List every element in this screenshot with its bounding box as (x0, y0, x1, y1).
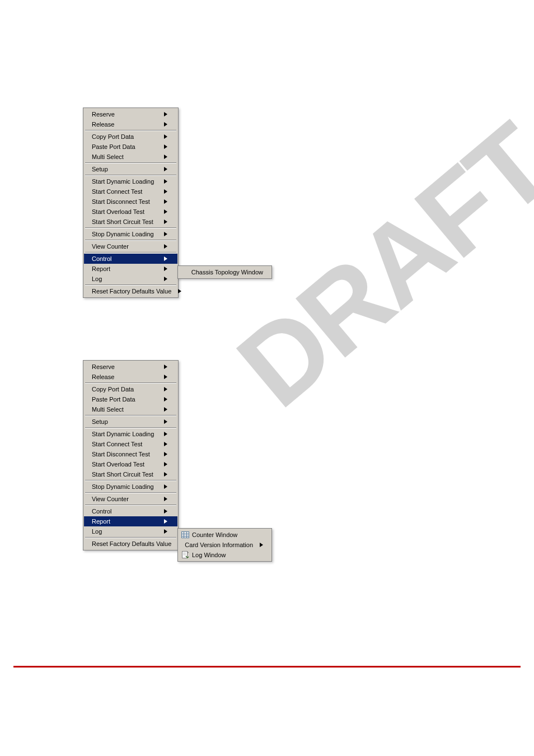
menu-item-label: Copy Port Data (92, 386, 155, 393)
menu-item-copy-port-data[interactable]: Copy Port Data (84, 384, 177, 394)
submenu-item-card-version-information[interactable]: Card Version Information (179, 540, 271, 550)
context-menu-2: Reserve Release Copy Port Data Paste Por… (83, 360, 179, 550)
menu-item-control[interactable]: Control (84, 254, 177, 264)
submenu-arrow-icon (162, 396, 167, 403)
footer-divider (13, 666, 521, 668)
menu-item-label: Reserve (92, 363, 155, 370)
menu-item-reset-factory-defaults[interactable]: Reset Factory Defaults Value (84, 539, 177, 549)
menu-item-label: Multi Select (92, 406, 155, 413)
menu-item-label: Paste Port Data (92, 143, 155, 150)
submenu-arrow-icon (162, 153, 167, 160)
menu-item-start-short-circuit-test[interactable]: Start Short Circuit Test (84, 469, 177, 479)
menu-item-start-disconnect-test[interactable]: Start Disconnect Test (84, 197, 177, 207)
context-menu-1: Reserve Release Copy Port Data Paste Por… (83, 108, 179, 298)
menu-item-label: Release (92, 374, 155, 380)
menu-item-start-dynamic-loading[interactable]: Start Dynamic Loading (84, 176, 177, 186)
menu-item-view-counter[interactable]: View Counter (84, 494, 177, 504)
menu-item-label: Report (92, 518, 155, 525)
submenu-arrow-icon (162, 143, 167, 150)
menu-item-label: Start Short Circuit Test (92, 471, 155, 478)
menu-separator (85, 505, 176, 506)
submenu-arrow-icon (162, 198, 167, 205)
menu-item-report[interactable]: Report (84, 516, 177, 526)
submenu-arrow-icon (162, 243, 167, 250)
submenu-item-chassis-topology-window[interactable]: Chassis Topology Window (179, 267, 271, 277)
menu-separator (85, 252, 176, 253)
menu-separator (85, 240, 176, 241)
menu-item-label: Start Disconnect Test (92, 451, 155, 458)
menu-item-label: Reset Factory Defaults Value (92, 288, 171, 295)
submenu-arrow-icon (162, 518, 167, 525)
menu-item-start-connect-test[interactable]: Start Connect Test (84, 439, 177, 449)
counter-window-icon (181, 530, 190, 539)
menu-item-label: Start Connect Test (92, 188, 155, 195)
submenu-arrow-icon (162, 231, 167, 237)
menu-item-release[interactable]: Release (84, 372, 177, 382)
menu-item-setup[interactable]: Setup (84, 164, 177, 174)
menu-item-log[interactable]: Log (84, 274, 177, 284)
menu-item-label: Start Short Circuit Test (92, 218, 155, 225)
menu-item-label: Setup (92, 166, 155, 172)
menu-item-log[interactable]: Log (84, 526, 177, 536)
menu-item-label: Start Overload Test (92, 461, 155, 468)
submenu-arrow-icon (162, 133, 167, 140)
submenu-arrow-icon (162, 111, 167, 118)
menu-item-label: Start Overload Test (92, 208, 155, 215)
report-submenu: Counter Window Card Version Information … (177, 528, 272, 562)
menu-item-label: Setup (92, 418, 155, 425)
menu-item-stop-dynamic-loading[interactable]: Stop Dynamic Loading (84, 482, 177, 492)
menu-item-reserve[interactable]: Reserve (84, 109, 177, 119)
menu-item-view-counter[interactable]: View Counter (84, 241, 177, 251)
menu-item-label: Reserve (92, 111, 155, 118)
submenu-item-label: Card Version Information (185, 542, 253, 548)
menu-item-label: Paste Port Data (92, 396, 155, 403)
menu-item-label: Control (92, 508, 155, 515)
menu-item-start-overload-test[interactable]: Start Overload Test (84, 207, 177, 217)
submenu-arrow-icon (162, 188, 167, 195)
menu-item-paste-port-data[interactable]: Paste Port Data (84, 394, 177, 404)
submenu-arrow-icon (162, 363, 167, 370)
menu-item-multi-select[interactable]: Multi Select (84, 404, 177, 414)
submenu-item-counter-window[interactable]: Counter Window (179, 530, 271, 540)
menu-separator (85, 492, 176, 493)
submenu-item-label: Chassis Topology Window (191, 269, 263, 276)
menu-item-paste-port-data[interactable]: Paste Port Data (84, 142, 177, 152)
submenu-arrow-icon (162, 508, 167, 515)
submenu-arrow-icon (162, 461, 167, 468)
menu-item-label: Report (92, 265, 155, 272)
menu-item-start-overload-test[interactable]: Start Overload Test (84, 459, 177, 469)
menu-item-setup[interactable]: Setup (84, 417, 177, 427)
menu-item-label: Start Dynamic Loading (92, 431, 155, 437)
menu-item-report[interactable]: Report (84, 264, 177, 274)
menu-separator (85, 480, 176, 481)
menu-item-reserve[interactable]: Reserve (84, 362, 177, 372)
menu-item-copy-port-data[interactable]: Copy Port Data (84, 132, 177, 142)
menu-item-label: Multi Select (92, 153, 155, 160)
submenu-arrow-icon (178, 288, 181, 295)
menu-item-stop-dynamic-loading[interactable]: Stop Dynamic Loading (84, 229, 177, 239)
menu-item-label: Stop Dynamic Loading (92, 483, 155, 490)
submenu-arrow-icon (162, 451, 167, 458)
menu-item-label: Log (92, 276, 155, 282)
menu-item-control[interactable]: Control (84, 506, 177, 516)
menu-item-label: Reset Factory Defaults Value (92, 540, 171, 547)
menu-item-label: View Counter (92, 243, 155, 250)
menu-item-multi-select[interactable]: Multi Select (84, 152, 177, 162)
submenu-arrow-icon (162, 374, 167, 380)
menu-separator (85, 284, 176, 286)
submenu-item-log-window[interactable]: Log Window (179, 550, 271, 560)
menu-separator (85, 382, 176, 384)
menu-item-label: Release (92, 121, 155, 128)
menu-item-reset-factory-defaults[interactable]: Reset Factory Defaults Value (84, 286, 177, 296)
menu-item-start-disconnect-test[interactable]: Start Disconnect Test (84, 449, 177, 459)
submenu-arrow-icon (162, 496, 167, 502)
submenu-arrow-icon (162, 483, 167, 490)
submenu-arrow-icon (260, 542, 263, 548)
menu-item-start-short-circuit-test[interactable]: Start Short Circuit Test (84, 217, 177, 227)
submenu-arrow-icon (162, 208, 167, 215)
menu-item-start-connect-test[interactable]: Start Connect Test (84, 186, 177, 197)
menu-item-release[interactable]: Release (84, 119, 177, 129)
menu-item-start-dynamic-loading[interactable]: Start Dynamic Loading (84, 429, 177, 439)
menu-separator (85, 130, 176, 131)
log-window-icon (181, 550, 190, 559)
